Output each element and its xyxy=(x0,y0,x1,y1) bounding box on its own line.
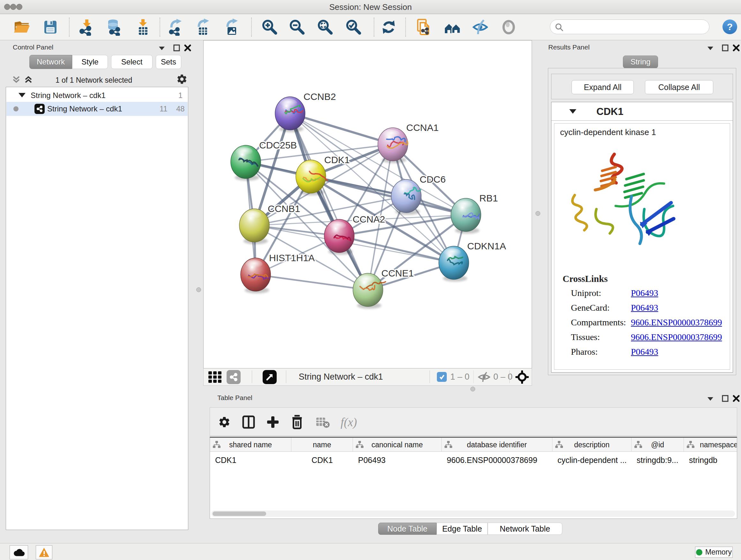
results-panel: Results Panel String Expand All Collapse… xyxy=(544,41,739,392)
collapse-all-button[interactable]: Collapse All xyxy=(645,80,713,94)
hidden-eye-slash-icon[interactable] xyxy=(477,372,491,382)
cloud-status-button[interactable] xyxy=(10,545,28,559)
export-image-button[interactable] xyxy=(223,18,241,36)
warning-icon xyxy=(38,547,50,557)
string-results-container: Expand All Collapse All CDK1 cyclin-depe… xyxy=(548,68,736,375)
show-all-button[interactable] xyxy=(500,18,518,36)
function-builder-disabled: f(x) xyxy=(335,413,362,431)
splitter-handle[interactable] xyxy=(470,387,475,391)
table-cell[interactable]: stringdb:9... xyxy=(631,452,684,468)
tab-style[interactable]: Style xyxy=(72,55,108,69)
crosslink-link[interactable]: 9606.ENSP00000378699 xyxy=(631,332,722,342)
add-column-icon[interactable] xyxy=(264,413,282,431)
panel-close-button[interactable] xyxy=(733,44,740,52)
column-header-description[interactable]: description xyxy=(552,438,631,452)
network-share-icon[interactable] xyxy=(226,370,241,384)
zoom-in-button[interactable] xyxy=(260,18,278,36)
table-cell[interactable]: cyclin-dependent ... xyxy=(552,452,631,468)
table-cell[interactable]: CDK1 xyxy=(291,452,353,468)
crosshair-icon[interactable] xyxy=(515,370,529,384)
table-cell[interactable]: stringdb xyxy=(684,452,737,468)
network-canvas[interactable]: CCNB2CCNA1CDC25BCDK1CDC6RB1CCNB1CCNA2CDK… xyxy=(203,40,532,368)
tab-network-table[interactable]: Network Table xyxy=(488,523,562,535)
columns-icon[interactable] xyxy=(239,413,258,431)
panel-close-button[interactable] xyxy=(184,44,191,52)
splitter-handle[interactable] xyxy=(196,287,201,292)
panel-menu-button[interactable] xyxy=(158,46,165,51)
export-network-button[interactable] xyxy=(167,18,185,36)
open-in-window-icon[interactable] xyxy=(263,370,277,384)
svg-text:CCNA1: CCNA1 xyxy=(406,122,439,133)
protein-structure-image xyxy=(564,141,685,260)
memory-button[interactable]: Memory xyxy=(695,547,733,558)
scrollbar-thumb[interactable] xyxy=(212,511,266,516)
results-panel-title: Results Panel xyxy=(548,44,590,51)
column-header-id[interactable]: @id xyxy=(631,438,684,452)
panel-menu-button[interactable] xyxy=(707,396,714,401)
zoom-out-icon xyxy=(288,18,306,36)
crosslink-link[interactable]: 9606.ENSP00000378699 xyxy=(631,317,722,327)
delete-column-icon[interactable] xyxy=(288,413,307,431)
panel-close-button[interactable] xyxy=(733,395,740,402)
toolbar-separator xyxy=(251,17,252,37)
tab-select[interactable]: Select xyxy=(111,55,152,69)
clone-network-button[interactable] xyxy=(415,18,433,36)
tab-edge-table[interactable]: Edge Table xyxy=(436,523,488,535)
table-cell[interactable]: CDK1 xyxy=(210,452,291,468)
open-session-button[interactable] xyxy=(13,18,30,36)
gear-icon[interactable] xyxy=(176,73,188,85)
warnings-button[interactable] xyxy=(36,545,52,559)
column-header-canonical-name[interactable]: canonical name xyxy=(353,438,442,452)
table-cell[interactable]: 9606.ENSP00000378699 xyxy=(442,452,552,468)
panel-float-button[interactable] xyxy=(722,395,729,402)
column-header-database-identifier[interactable]: database identifier xyxy=(442,438,552,452)
tab-sets[interactable]: Sets xyxy=(156,55,181,69)
home-networks-button[interactable] xyxy=(444,18,461,36)
save-session-button[interactable] xyxy=(42,18,59,36)
tab-network[interactable]: Network xyxy=(29,55,72,69)
string-network-graph[interactable]: CCNB2CCNA1CDC25BCDK1CDC6RB1CCNB1CCNA2CDK… xyxy=(204,41,532,368)
hide-selected-button[interactable] xyxy=(471,18,489,36)
control-panel-title: Control Panel xyxy=(13,44,53,51)
table-cell[interactable]: P06493 xyxy=(353,452,442,468)
import-table-button[interactable] xyxy=(134,18,152,36)
collapse-entry-icon[interactable] xyxy=(569,109,576,114)
node-result-card: CDK1 cyclin-dependent kinase 1 xyxy=(551,102,733,373)
panel-menu-button[interactable] xyxy=(707,46,714,51)
network-row-selected[interactable]: String Network – cdk1 11 48 xyxy=(6,102,188,116)
node-result-header[interactable]: CDK1 xyxy=(551,102,733,121)
crosslink-link[interactable]: P06493 xyxy=(631,288,658,298)
crosslink-link[interactable]: P06493 xyxy=(631,347,658,357)
import-network-button[interactable] xyxy=(78,18,96,36)
zoom-fit-button[interactable] xyxy=(316,18,334,36)
search-field[interactable] xyxy=(550,19,710,34)
refresh-button[interactable] xyxy=(380,18,398,36)
search-input[interactable] xyxy=(567,21,704,33)
panel-float-button[interactable] xyxy=(722,44,729,52)
zoom-out-button[interactable] xyxy=(288,18,306,36)
splitter-handle[interactable] xyxy=(536,211,540,216)
column-header-namespace[interactable]: namespace xyxy=(684,438,737,452)
network-collection-row[interactable]: String Network – cdk1 1 xyxy=(6,89,188,102)
import-database-button[interactable] xyxy=(105,18,123,36)
zoom-selected-button[interactable] xyxy=(344,18,362,36)
export-table-button[interactable] xyxy=(195,18,212,36)
main-toolbar: ? xyxy=(0,14,741,40)
expand-all-button[interactable]: Expand All xyxy=(571,80,634,94)
column-header-shared-name[interactable]: shared name xyxy=(210,438,291,452)
tab-node-table[interactable]: Node Table xyxy=(378,523,436,535)
houses-icon xyxy=(444,18,461,36)
node-table[interactable]: shared name name canonical name database… xyxy=(210,437,737,519)
tab-string[interactable]: String xyxy=(623,56,658,68)
horizontal-scrollbar[interactable] xyxy=(211,510,735,517)
crosslinks-title: CrossLinks xyxy=(562,273,608,284)
grid-view-icon[interactable] xyxy=(208,371,222,383)
help-button[interactable]: ? xyxy=(723,19,737,34)
network-selection-status: 1 of 1 Network selected xyxy=(3,76,185,84)
collection-collapse-icon[interactable] xyxy=(18,93,25,98)
panel-float-button[interactable] xyxy=(173,44,180,52)
table-gear-icon[interactable] xyxy=(215,413,233,431)
crosslink-link[interactable]: P06493 xyxy=(631,303,658,313)
column-header-name[interactable]: name xyxy=(291,438,353,452)
selected-checkbox[interactable] xyxy=(437,372,447,382)
